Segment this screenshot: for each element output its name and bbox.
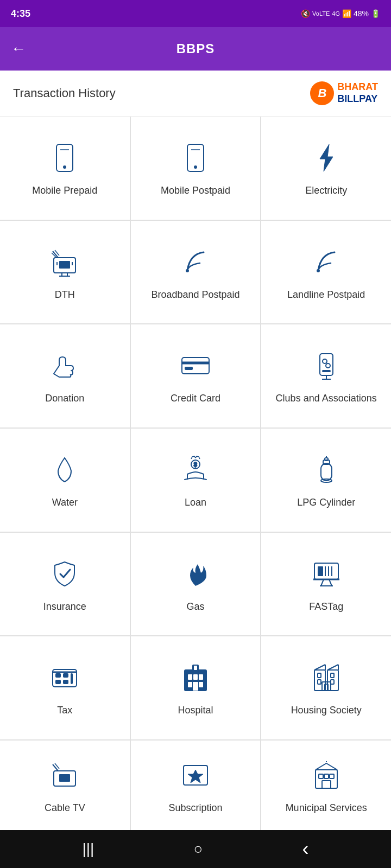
services-grid: Mobile Prepaid Mobile Postpaid Electrici…	[0, 117, 391, 830]
water-icon	[46, 451, 84, 489]
grid-item-insurance[interactable]: Insurance	[0, 533, 130, 636]
grid-item-landline-postpaid[interactable]: Landline Postpaid	[261, 221, 391, 324]
tax-icon	[46, 659, 84, 697]
svg-line-71	[327, 665, 338, 670]
grid-item-subscription[interactable]: Subscription	[131, 741, 261, 830]
fastag-icon	[307, 555, 345, 593]
svg-line-42	[321, 579, 324, 586]
bbp-billpay: BILLPAY	[337, 93, 378, 105]
svg-rect-83	[322, 781, 331, 788]
svg-rect-56	[188, 682, 192, 687]
svg-point-17	[186, 269, 189, 272]
svg-rect-67	[322, 682, 331, 691]
grid-item-broadband-postpaid[interactable]: Broadband Postpaid	[131, 221, 261, 324]
electricity-label: Electricity	[305, 184, 347, 197]
svg-rect-47	[63, 673, 68, 678]
svg-point-18	[317, 269, 320, 272]
battery-icon: 🔋	[371, 9, 380, 18]
electricity-icon	[307, 139, 345, 177]
gas-icon	[176, 555, 215, 593]
svg-point-24	[323, 359, 327, 363]
grid-item-electricity[interactable]: Electricity	[261, 117, 391, 220]
municipal-services-label: Municipal Services	[286, 802, 367, 814]
recent-apps-button[interactable]: |||	[83, 840, 94, 858]
hospital-label: Hospital	[178, 704, 213, 717]
grid-item-municipal-services[interactable]: Municipal Services	[261, 741, 391, 830]
page-title: BBPS	[176, 41, 215, 56]
svg-marker-6	[320, 144, 333, 171]
svg-rect-8	[59, 261, 70, 269]
grid-item-credit-card[interactable]: Credit Card	[131, 324, 261, 427]
housing-society-icon	[307, 659, 345, 697]
grid-item-lpg-cylinder[interactable]: LPG Cylinder	[261, 429, 391, 532]
status-bar: 4:35 🔇 VoLTE 4G 📶 48% 🔋	[0, 0, 391, 27]
clubs-associations-label: Clubs and Associations	[276, 392, 377, 405]
grid-item-tax[interactable]: Tax	[0, 636, 130, 739]
mobile-postpaid-label: Mobile Postpaid	[161, 184, 230, 197]
svg-rect-80	[319, 774, 323, 778]
svg-rect-65	[331, 673, 334, 678]
credit-card-icon	[176, 347, 215, 385]
svg-rect-68	[325, 684, 328, 691]
svg-line-85	[326, 763, 337, 770]
housing-society-label: Housing Society	[291, 704, 362, 717]
municipal-services-icon	[307, 756, 345, 794]
battery-text: 48%	[354, 9, 369, 18]
svg-rect-50	[71, 673, 73, 684]
svg-rect-60	[194, 666, 197, 670]
home-button[interactable]: ○	[193, 840, 203, 858]
svg-rect-81	[324, 774, 329, 778]
svg-rect-64	[318, 680, 321, 684]
signal-icon: 📶	[342, 9, 351, 18]
grid-item-fastag[interactable]: FASTag	[261, 533, 391, 636]
bharat-billpay-logo: B BHARAT BILLPAY	[310, 81, 378, 105]
donation-icon	[46, 347, 84, 385]
status-time: 4:35	[11, 8, 30, 20]
transaction-history-bar[interactable]: Transaction History B BHARAT BILLPAY	[0, 71, 391, 117]
mobile-postpaid-icon	[176, 139, 215, 177]
mobile-prepaid-label: Mobile Prepaid	[32, 184, 97, 197]
grid-item-donation[interactable]: Donation	[0, 324, 130, 427]
fastag-label: FASTag	[309, 601, 343, 613]
grid-item-dth[interactable]: DTH	[0, 221, 130, 324]
svg-rect-63	[318, 673, 321, 678]
lpg-cylinder-icon	[307, 451, 345, 489]
grid-item-water[interactable]: Water	[0, 429, 130, 532]
svg-rect-20	[182, 358, 209, 374]
svg-rect-54	[193, 674, 198, 680]
hospital-icon	[176, 659, 215, 697]
tax-label: Tax	[57, 704, 72, 717]
svg-rect-37	[318, 566, 323, 576]
grid-item-gas[interactable]: Gas	[131, 533, 261, 636]
grid-item-loan[interactable]: $ Loan	[131, 429, 261, 532]
grid-item-clubs-associations[interactable]: Clubs and Associations	[261, 324, 391, 427]
loan-icon: $	[176, 451, 215, 489]
grid-item-cable-tv[interactable]: Cable TV	[0, 741, 130, 830]
grid-item-housing-society[interactable]: Housing Society	[261, 636, 391, 739]
svg-rect-55	[199, 674, 203, 680]
grid-item-hospital[interactable]: Hospital	[131, 636, 261, 739]
svg-rect-57	[199, 682, 203, 687]
svg-point-4	[194, 165, 197, 169]
donation-label: Donation	[45, 392, 84, 405]
lpg-cylinder-label: LPG Cylinder	[297, 496, 355, 509]
insurance-icon	[46, 555, 84, 593]
gas-label: Gas	[186, 601, 204, 613]
svg-line-75	[53, 764, 58, 771]
svg-text:$: $	[194, 462, 197, 468]
broadband-postpaid-label: Broadband Postpaid	[151, 289, 239, 301]
grid-item-mobile-prepaid[interactable]: Mobile Prepaid	[0, 117, 130, 220]
credit-card-label: Credit Card	[171, 392, 220, 405]
bottom-nav: ||| ○ ‹	[0, 830, 391, 868]
landline-postpaid-icon	[307, 243, 345, 281]
svg-rect-58	[193, 682, 198, 691]
clubs-associations-icon	[307, 347, 345, 385]
svg-rect-74	[59, 774, 70, 782]
grid-item-mobile-postpaid[interactable]: Mobile Postpaid	[131, 117, 261, 220]
back-nav-button[interactable]: ‹	[302, 838, 308, 860]
svg-rect-33	[325, 458, 328, 461]
svg-rect-26	[322, 370, 331, 372]
back-button[interactable]: ←	[11, 40, 26, 58]
status-icons: 🔇 VoLTE 4G 📶 48% 🔋	[301, 9, 380, 18]
broadband-postpaid-icon	[176, 243, 215, 281]
